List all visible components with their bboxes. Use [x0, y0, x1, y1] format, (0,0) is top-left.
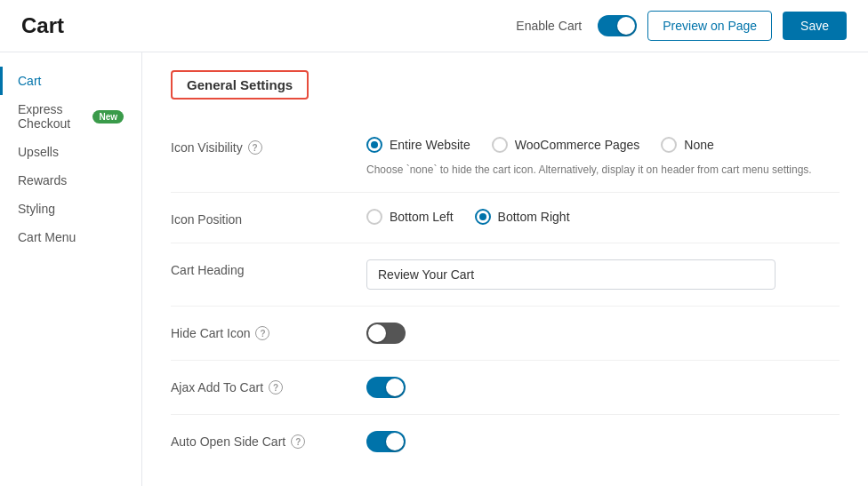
radio-none-label: None: [684, 138, 713, 152]
ajax-add-to-cart-row: Ajax Add To Cart ?: [171, 361, 840, 415]
icon-position-row: Icon Position Bottom Left Bottom Right: [171, 193, 840, 243]
sidebar: Cart Express Checkout New Upsells Reward…: [0, 52, 142, 486]
sidebar-item-upsells-label: Upsells: [18, 145, 59, 159]
radio-dot-bottom-right: [479, 213, 486, 220]
auto-open-side-cart-toggle[interactable]: [366, 431, 406, 452]
hide-cart-icon-content: [366, 323, 840, 344]
radio-bottom-left[interactable]: Bottom Left: [366, 209, 454, 225]
toggle-thumb: [617, 17, 635, 35]
radio-woocommerce-label: WooCommerce Pages: [515, 138, 640, 152]
icon-visibility-row: Icon Visibility ? Entire Website: [171, 121, 840, 193]
hide-cart-icon-label: Hide Cart Icon ?: [171, 323, 366, 340]
sidebar-item-express-checkout-label: Express Checkout: [18, 102, 87, 131]
sidebar-item-cart-label: Cart: [18, 74, 41, 88]
sidebar-item-cart-menu-label: Cart Menu: [18, 230, 76, 244]
radio-bottom-left-label: Bottom Left: [390, 210, 454, 224]
header-actions: Enable Cart Preview on Page Save: [516, 11, 847, 41]
radio-none[interactable]: None: [661, 137, 713, 153]
hide-cart-icon-help-icon[interactable]: ?: [255, 326, 269, 340]
sidebar-item-cart-menu[interactable]: Cart Menu: [0, 223, 141, 251]
auto-open-side-cart-row: Auto Open Side Cart ?: [171, 415, 840, 468]
toggle-track: [598, 15, 637, 36]
sidebar-item-upsells[interactable]: Upsells: [0, 138, 141, 166]
radio-bottom-right[interactable]: Bottom Right: [475, 209, 570, 225]
icon-position-options: Bottom Left Bottom Right: [366, 209, 840, 225]
sidebar-item-styling-label: Styling: [18, 202, 55, 216]
cart-heading-label: Cart Heading: [171, 259, 366, 277]
auto-open-side-cart-label: Auto Open Side Cart ?: [171, 431, 366, 449]
radio-entire-website[interactable]: Entire Website: [366, 137, 470, 153]
radio-dot-entire-website: [371, 141, 378, 148]
radio-bottom-right-label: Bottom Right: [498, 210, 570, 224]
radio-entire-website-label: Entire Website: [390, 138, 470, 152]
icon-visibility-label: Icon Visibility ?: [171, 137, 366, 155]
radio-circle-none: [661, 137, 677, 153]
auto-open-side-cart-content: [366, 431, 840, 452]
radio-circle-entire-website: [366, 137, 382, 153]
icon-visibility-options: Entire Website WooCommerce Pages None: [366, 137, 840, 153]
icon-position-label: Icon Position: [171, 209, 366, 227]
page-wrapper: Cart Enable Cart Preview on Page Save Ca…: [0, 0, 868, 486]
icon-visibility-help-text: Choose `none` to hide the cart icon. Alt…: [366, 163, 840, 176]
hide-cart-icon-toggle[interactable]: [366, 323, 406, 344]
preview-on-page-button[interactable]: Preview on Page: [647, 11, 772, 41]
express-checkout-badge: New: [92, 110, 124, 123]
sidebar-item-express-checkout[interactable]: Express Checkout New: [0, 95, 141, 138]
sidebar-item-cart[interactable]: Cart: [0, 67, 141, 95]
auto-open-side-cart-help-icon[interactable]: ?: [291, 434, 305, 449]
header: Cart Enable Cart Preview on Page Save: [0, 0, 868, 52]
sidebar-item-styling[interactable]: Styling: [0, 195, 141, 223]
icon-visibility-content: Entire Website WooCommerce Pages None Ch…: [366, 137, 840, 176]
ajax-add-to-cart-toggle[interactable]: [366, 377, 406, 398]
radio-circle-woocommerce: [492, 137, 508, 153]
icon-visibility-help-icon[interactable]: ?: [248, 140, 262, 155]
sidebar-item-rewards[interactable]: Rewards: [0, 166, 141, 195]
cart-heading-row: Cart Heading: [171, 243, 840, 307]
main-layout: Cart Express Checkout New Upsells Reward…: [0, 52, 868, 486]
save-button[interactable]: Save: [783, 12, 847, 40]
ajax-add-to-cart-label: Ajax Add To Cart ?: [171, 377, 366, 394]
ajax-add-to-cart-help-icon[interactable]: ?: [269, 380, 283, 394]
radio-circle-bottom-left: [366, 209, 382, 225]
sidebar-item-rewards-label: Rewards: [18, 173, 67, 187]
enable-cart-label: Enable Cart: [516, 19, 582, 33]
page-title: Cart: [21, 13, 64, 38]
radio-woocommerce-pages[interactable]: WooCommerce Pages: [492, 137, 640, 153]
hide-cart-icon-row: Hide Cart Icon ?: [171, 307, 840, 361]
radio-circle-bottom-right: [475, 209, 491, 225]
ajax-add-to-cart-content: [366, 377, 840, 398]
icon-position-content: Bottom Left Bottom Right: [366, 209, 840, 225]
enable-cart-toggle[interactable]: [598, 15, 637, 36]
cart-heading-input[interactable]: [366, 259, 776, 290]
section-header: General Settings: [171, 70, 309, 100]
cart-heading-content: [366, 259, 840, 290]
content-area: General Settings Icon Visibility ? Entir…: [142, 52, 868, 486]
